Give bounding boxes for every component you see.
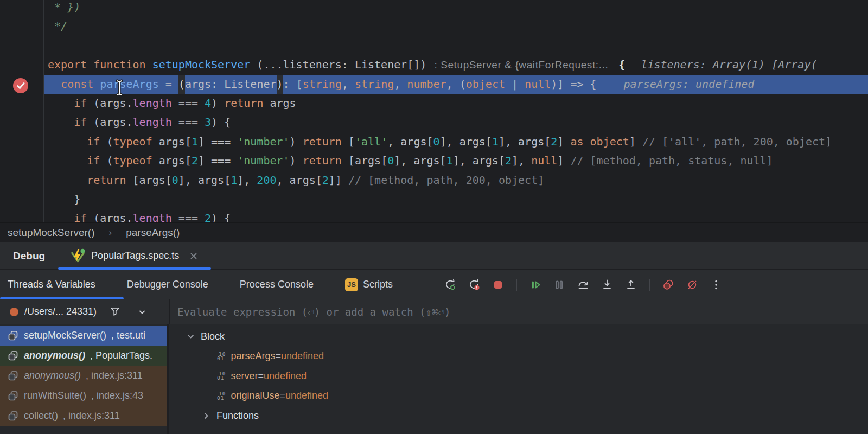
frame-location: , PopularTags. (90, 350, 152, 361)
code-token: string (355, 75, 394, 94)
code-line[interactable]: if (args.length === 2) { (48, 209, 868, 222)
code-token: , (342, 75, 355, 94)
code-token: 2 (505, 151, 512, 170)
code-line[interactable] (48, 36, 868, 55)
code-token: (args. (87, 209, 132, 222)
code-token: 'number' (237, 132, 289, 151)
variable-equals: = (280, 390, 286, 401)
variable-row[interactable]: 1001server = undefined (169, 366, 868, 386)
variables-group-row[interactable]: Block (169, 327, 868, 347)
resume-icon[interactable] (529, 278, 542, 291)
code-token: 0 (387, 151, 394, 170)
step-out-icon[interactable] (624, 278, 637, 291)
code-token: (...listeners: (250, 55, 355, 74)
ide-debug-window: * }) */export function setupMockServer (… (0, 0, 868, 434)
frame-function: setupMockServer() (24, 330, 106, 341)
code-token: const (61, 75, 93, 94)
code-editor[interactable]: * }) */export function setupMockServer (… (0, 0, 868, 222)
pause-icon[interactable] (553, 278, 566, 291)
stop-icon[interactable] (492, 278, 505, 291)
code-line[interactable]: if (args.length === 3) { (48, 113, 868, 132)
mute-breakpoints-icon[interactable] (686, 278, 699, 291)
code-token: // ['all', path, 200, object] (642, 132, 832, 151)
code-line[interactable]: if (args.length === 4) return args (48, 94, 868, 113)
code-token: ], (512, 151, 531, 170)
rerun-failed-tests-icon[interactable] (468, 278, 481, 291)
breadcrumb-item[interactable]: setupMockServer() (8, 227, 95, 239)
code-token: [ (342, 132, 355, 151)
step-over-icon[interactable] (577, 278, 590, 291)
code-token: ] (557, 132, 570, 151)
code-token: ], args[ (499, 132, 551, 151)
chevron-down-icon[interactable] (136, 305, 149, 318)
code-token: length (133, 113, 172, 132)
code-token: (args. (87, 94, 132, 113)
tab-debugger-console[interactable]: Debugger Console (127, 279, 208, 290)
rerun-debug-icon[interactable] (444, 278, 457, 291)
code-token: 0 (172, 171, 178, 190)
variables-group-row[interactable]: Functions (169, 406, 868, 426)
code-line[interactable]: if (typeof args[2] === 'number') return … (48, 151, 868, 170)
code-line[interactable]: if (typeof args[1] === 'number') return … (48, 132, 868, 151)
code-line[interactable]: * }) (48, 0, 868, 17)
code-lines: * }) */export function setupMockServer (… (48, 0, 868, 222)
code-token: : (211, 75, 224, 94)
debug-toolwindow-title: Debug (13, 250, 45, 262)
code-token: ( (100, 132, 113, 151)
more-icon[interactable] (710, 278, 723, 291)
variable-value: undefined (264, 371, 307, 382)
code-line[interactable]: */ (48, 17, 868, 36)
code-token: 3 (205, 113, 211, 132)
code-token: string (303, 75, 342, 94)
code-line[interactable]: export function setupMockServer (...list… (48, 55, 868, 74)
step-into-icon[interactable] (601, 278, 614, 291)
code-token: length (133, 94, 172, 113)
code-line[interactable]: } (48, 190, 868, 209)
chevron-right-icon[interactable] (201, 410, 212, 421)
frame-row[interactable]: anonymous(), index.js:311 (0, 366, 167, 386)
code-token: if (74, 94, 87, 113)
debug-session-tab[interactable]: PopularTags.spec.ts (58, 242, 211, 269)
view-breakpoints-icon[interactable] (662, 278, 675, 291)
filter-icon[interactable] (108, 305, 122, 318)
tab-process-console[interactable]: Process Console (240, 279, 314, 290)
toolbar-divider (649, 279, 650, 291)
code-token: === (172, 209, 205, 222)
code-token: 1 (192, 132, 198, 151)
debugger-tab-bar: Threads & Variables Debugger Console Pro… (0, 270, 868, 299)
code-token: 2 (322, 171, 329, 190)
chevron-down-icon[interactable] (185, 331, 196, 342)
frame-row[interactable]: runWithSuite(), index.js:43 (0, 386, 167, 406)
code-line[interactable]: const parseArgs = (args: Listener): [str… (48, 75, 868, 94)
close-icon[interactable] (188, 251, 199, 261)
variable-row[interactable]: 1001parseArgs = undefined (169, 347, 868, 367)
variable-name: originalUse (231, 390, 279, 401)
variable-row[interactable]: 1001originalUse = undefined (169, 386, 868, 406)
code-token: if (74, 209, 87, 222)
editor-gutter[interactable] (0, 0, 44, 222)
tab-threads-variables[interactable]: Threads & Variables (8, 279, 95, 290)
variable-name: server (231, 371, 258, 382)
code-token: args[ (152, 151, 192, 170)
code-token: ) (211, 94, 224, 113)
breadcrumb-item[interactable]: parseArgs() (126, 227, 180, 239)
debug-toolwindow-header: Debug PopularTags.spec.ts (0, 242, 868, 270)
code-token: (args. (87, 113, 132, 132)
code-line[interactable]: return [args[0], args[1], 200, args[2]] … (48, 171, 868, 190)
frame-function: runWithSuite() (24, 390, 86, 401)
evaluate-expression-input[interactable] (170, 299, 868, 324)
frame-row[interactable]: collect(), index.js:311 (0, 406, 167, 426)
frame-row[interactable]: anonymous(), PopularTags. (0, 346, 167, 366)
code-token: as (570, 132, 583, 151)
frame-row[interactable]: setupMockServer(), test.uti (0, 326, 167, 346)
code-token: : SetupServer & {waitForRequest:... (434, 55, 608, 74)
thread-selector[interactable]: /Users/... 24331) (0, 299, 169, 324)
frame-function: anonymous() (24, 370, 81, 381)
breakpoint-icon[interactable] (13, 78, 28, 93)
code-token: args[ (152, 132, 192, 151)
code-token: // [method, path, 200, object] (348, 171, 544, 190)
tab-scripts[interactable]: JS Scripts (345, 278, 393, 291)
primitive-value-icon: 1001 (217, 372, 226, 380)
code-token (48, 171, 87, 190)
code-token: return (224, 94, 263, 113)
